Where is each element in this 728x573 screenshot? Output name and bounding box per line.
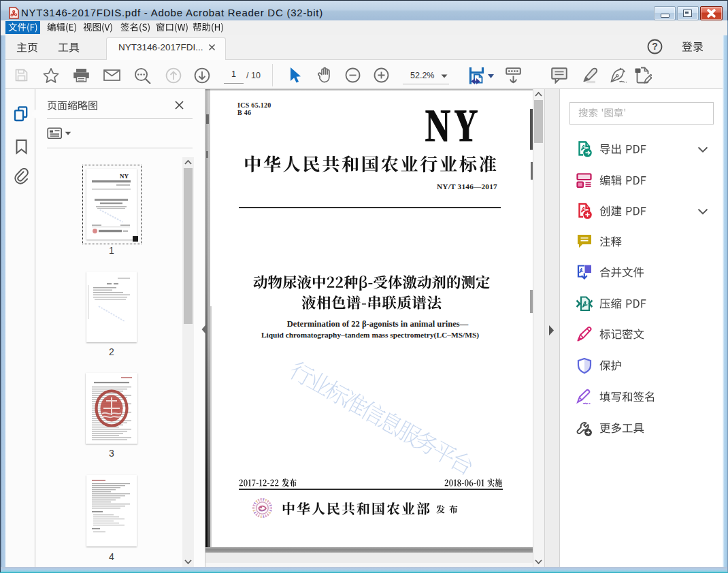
svg-text:NY: NY — [120, 173, 129, 180]
